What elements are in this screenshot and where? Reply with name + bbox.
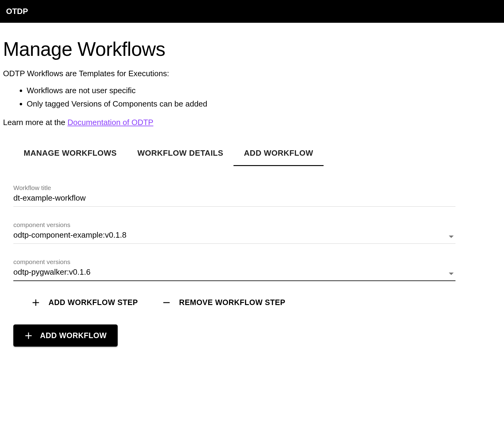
add-workflow-form: Workflow title dt-example-workflow compo… [3, 184, 501, 309]
app-name: OTDP [6, 7, 28, 16]
plus-icon [32, 298, 40, 307]
minus-icon [162, 298, 171, 307]
tab-bar: MANAGE WORKFLOWS WORKFLOW DETAILS ADD WO… [3, 142, 501, 166]
component-version-select-1[interactable]: component versions odtp-pygwalker:v0.1.6 [13, 258, 455, 281]
workflow-title-field[interactable]: Workflow title dt-example-workflow [13, 184, 455, 207]
workflow-title-value: dt-example-workflow [13, 193, 455, 203]
chevron-down-icon [449, 273, 454, 275]
component-version-value: odtp-pygwalker:v0.1.6 [13, 267, 455, 277]
plus-icon [24, 331, 33, 340]
learn-more-text: Learn more at the Documentation of ODTP [3, 118, 501, 127]
component-version-select-0[interactable]: component versions odtp-component-exampl… [13, 221, 455, 244]
remove-workflow-step-button[interactable]: REMOVE WORKFLOW STEP [162, 296, 285, 309]
step-action-row: ADD WORKFLOW STEP REMOVE WORKFLOW STEP [13, 296, 455, 309]
intro-text: ODTP Workflows are Templates for Executi… [3, 69, 501, 78]
component-version-label: component versions [13, 258, 455, 266]
add-workflow-submit-button[interactable]: ADD WORKFLOW [13, 324, 118, 347]
page-title: Manage Workflows [3, 38, 501, 60]
documentation-link[interactable]: Documentation of ODTP [67, 118, 153, 127]
chevron-down-icon [449, 236, 454, 238]
app-header: OTDP [0, 0, 504, 23]
add-workflow-step-button[interactable]: ADD WORKFLOW STEP [32, 296, 138, 309]
add-step-label: ADD WORKFLOW STEP [49, 298, 138, 307]
tab-add-workflow[interactable]: ADD WORKFLOW [234, 142, 323, 166]
bullet-item: Only tagged Versions of Components can b… [27, 97, 501, 110]
tab-manage-workflows[interactable]: MANAGE WORKFLOWS [13, 142, 127, 166]
page-content: Manage Workflows ODTP Workflows are Temp… [0, 23, 504, 359]
component-version-value: odtp-component-example:v0.1.8 [13, 230, 455, 240]
component-version-label: component versions [13, 221, 455, 229]
intro-bullets: Workflows are not user specific Only tag… [3, 84, 501, 110]
remove-step-label: REMOVE WORKFLOW STEP [179, 298, 285, 307]
workflow-title-label: Workflow title [13, 184, 455, 192]
submit-label: ADD WORKFLOW [40, 331, 107, 340]
tab-workflow-details[interactable]: WORKFLOW DETAILS [127, 142, 234, 166]
learn-more-prefix: Learn more at the [3, 118, 67, 127]
bullet-item: Workflows are not user specific [27, 84, 501, 97]
